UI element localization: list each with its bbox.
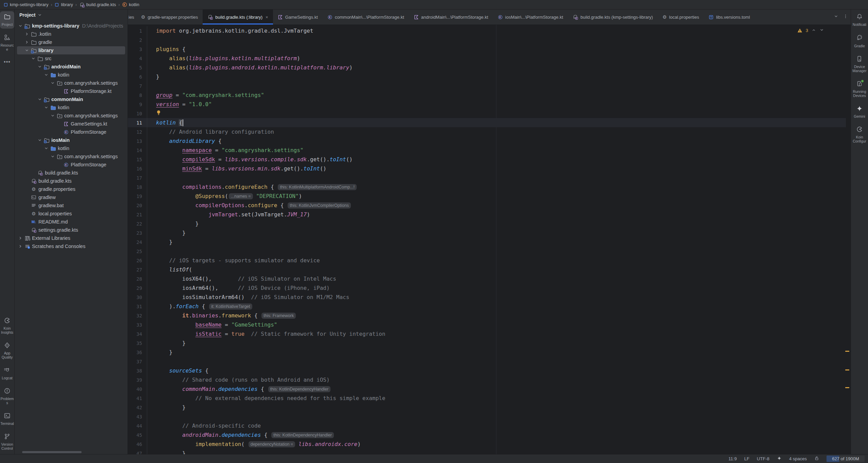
code-line[interactable]: 5 alias(libs.plugins.android.kotlin.mult… <box>128 63 846 72</box>
tab-list-dropdown[interactable] <box>834 14 838 20</box>
tree-item-gradlew-bat[interactable]: gradlew.bat <box>17 201 125 210</box>
code-line[interactable]: 41 // No external dependencies needed fo… <box>128 394 846 403</box>
editor-tab[interactable]: ⚙local.properties <box>658 10 704 24</box>
chev-down-icon[interactable] <box>31 56 36 61</box>
code-line[interactable]: 8group = "com.angryshark.settings" <box>128 90 846 100</box>
editor-tab[interactable]: ies <box>128 10 136 24</box>
code-line[interactable]: 11kotlin { <box>128 118 846 127</box>
editor-tab[interactable]: ⚙gradle-wrapper.properties <box>136 10 203 24</box>
project-panel-hscrollbar[interactable] <box>22 451 82 453</box>
tool-stripe-button-gemini[interactable]: Gemini <box>851 103 868 120</box>
tree-chevron[interactable] <box>23 32 30 36</box>
tree-chevron[interactable] <box>36 138 43 143</box>
editor-tab[interactable]: commonMain\...\PlatformStorage.kt <box>323 10 409 24</box>
tree-item-platformstorage[interactable]: PlatformStorage <box>17 128 125 136</box>
gemini-status[interactable] <box>777 456 782 462</box>
tab-close-icon[interactable]: × <box>266 15 268 20</box>
kebab-icon[interactable] <box>843 14 848 19</box>
indent-style[interactable]: 4 spaces <box>789 456 807 461</box>
code-line[interactable]: 23 } <box>128 228 846 237</box>
prev-problem-button[interactable] <box>812 28 816 33</box>
code-line[interactable]: 39 // Shared code (runs on both Android … <box>128 375 846 384</box>
warning-stripe-mark[interactable] <box>845 369 849 370</box>
chev-right-icon[interactable] <box>18 244 23 249</box>
code-line[interactable]: 24 } <box>128 237 846 247</box>
chev-down-icon[interactable] <box>44 146 49 151</box>
tree-item-com-angryshark-settings[interactable]: com.angryshark.settings <box>17 79 125 87</box>
tool-stripe-button-koin-configur[interactable]: Koin Configur <box>851 124 868 145</box>
tool-stripe-button-app-quality-ir[interactable]: App Quality Ir <box>0 340 14 361</box>
chev-down-icon[interactable] <box>37 64 42 69</box>
tree-chevron[interactable] <box>36 97 43 102</box>
tree-item-commonmain[interactable]: commonMain <box>17 95 125 103</box>
code-line[interactable]: 32 it.binaries.framework { this: Framewo… <box>128 311 846 320</box>
tree-chevron[interactable] <box>43 72 50 77</box>
tree-chevron[interactable] <box>23 40 30 45</box>
code-line[interactable]: 29 iosArm64(), // iOS Device (iPhone, iP… <box>128 283 846 293</box>
tree-chevron[interactable] <box>17 23 24 28</box>
tree-item-platformstorage-kt[interactable]: PlatformStorage.kt <box>17 87 125 95</box>
inspection-widget[interactable]: 3 <box>797 28 824 33</box>
code-line[interactable]: 16 minSdk = libs.versions.min.sdk.get().… <box>128 164 846 173</box>
tool-stripe-button-version-control[interactable]: Version Control <box>0 431 14 452</box>
tree-item-gradlew[interactable]: gradlew <box>17 193 125 201</box>
tree-item-library[interactable]: library <box>17 46 125 54</box>
tree-item-kotlin[interactable]: kotlin <box>17 144 125 152</box>
tree-chevron[interactable] <box>17 236 24 241</box>
chev-down-icon[interactable] <box>44 72 49 77</box>
tree-item-com-angryshark-settings[interactable]: com.angryshark.settings <box>17 112 125 120</box>
tree-item-readme-md[interactable]: M↓README.md <box>17 218 125 226</box>
tree-chevron[interactable] <box>23 48 30 53</box>
tool-stripe-button-logcat[interactable]: Logcat <box>0 365 14 382</box>
editor-tab[interactable]: libs.versions.toml <box>704 10 755 24</box>
code-line[interactable]: 42 } <box>128 403 846 412</box>
tool-stripe-button-running-devices[interactable]: Running Devices <box>851 78 868 100</box>
code-line[interactable]: 36 } <box>128 348 846 357</box>
breadcrumb-item[interactable]: kmp-settings-library <box>3 2 48 7</box>
code-line[interactable]: 20 compilerOptions.configure { this: Kot… <box>128 201 846 210</box>
code-line[interactable]: 26 // iOS targets - supports simulator a… <box>128 256 846 265</box>
chev-down-icon[interactable] <box>834 14 838 19</box>
memory-indicator[interactable]: 627 of 1900M <box>827 456 865 462</box>
code-line[interactable]: 7 <box>128 81 846 90</box>
tree-chevron[interactable] <box>49 81 56 85</box>
code-line[interactable]: 6} <box>128 72 846 81</box>
chev-down-icon[interactable] <box>18 23 23 28</box>
tool-stripe-button-device-manager[interactable]: Device Manager <box>851 53 868 75</box>
tree-item-build-gradle-kts[interactable]: build.gradle.kts <box>17 177 125 185</box>
tool-stripe-button-[interactable]: ••• <box>0 57 14 67</box>
code-line[interactable]: 12 // Android library configuration <box>128 127 846 136</box>
breadcrumb-item[interactable]: build.gradle.kts <box>79 2 116 7</box>
code-line[interactable]: 21 jvmTarget.set(JvmTarget.JVM_17) <box>128 210 846 219</box>
code-editor[interactable]: 1import org.jetbrains.kotlin.gradle.dsl.… <box>128 25 851 454</box>
project-panel-header[interactable]: Project <box>15 10 127 20</box>
tree-item-external-libraries[interactable]: External Libraries <box>17 234 125 242</box>
tree-item-platformstorage[interactable]: PlatformStorage <box>17 161 125 169</box>
chev-down-icon[interactable] <box>44 105 49 110</box>
chev-right-icon[interactable] <box>24 32 29 36</box>
code-line[interactable]: 30 iosSimulatorArm64() // iOS Simulator … <box>128 293 846 302</box>
tree-chevron[interactable] <box>49 154 56 159</box>
caret-position[interactable]: 11:9 <box>729 456 737 461</box>
code-line[interactable]: 4 alias(libs.plugins.kotlin.multiplatfor… <box>128 54 846 63</box>
code-line[interactable]: 33 baseName = "GameSettings" <box>128 320 846 329</box>
code-line[interactable]: 37 <box>128 357 846 366</box>
code-line[interactable]: 47 } <box>128 449 846 454</box>
code-line[interactable]: 2 <box>128 35 846 45</box>
chev-down-icon[interactable] <box>50 81 55 85</box>
tree-chevron[interactable] <box>17 244 24 249</box>
code-line[interactable]: 19 @Suppress(...names = "DEPRECATION") <box>128 192 846 201</box>
code-line[interactable]: 17 <box>128 173 846 182</box>
code-line[interactable]: 45 androidMain.dependencies { this: Kotl… <box>128 430 846 440</box>
intention-bulb-icon[interactable] <box>156 110 161 117</box>
code-line[interactable]: 10 <box>128 109 846 118</box>
tree-item-local-properties[interactable]: ⚙local.properties <box>17 210 125 218</box>
code-line[interactable]: 35 } <box>128 338 846 348</box>
tool-stripe-button-project[interactable]: Project <box>0 11 14 29</box>
code-line[interactable]: 28 iosX64(), // iOS Simulator on Intel M… <box>128 274 846 283</box>
code-line[interactable]: 3plugins { <box>128 45 846 54</box>
tree-item-androidmain[interactable]: androidMain <box>17 63 125 71</box>
tool-stripe-button-gradle[interactable]: Gradle <box>851 32 868 50</box>
line-separator[interactable]: LF <box>744 456 749 461</box>
tool-stripe-button-resource-manager[interactable]: Resource Manager <box>0 32 14 53</box>
